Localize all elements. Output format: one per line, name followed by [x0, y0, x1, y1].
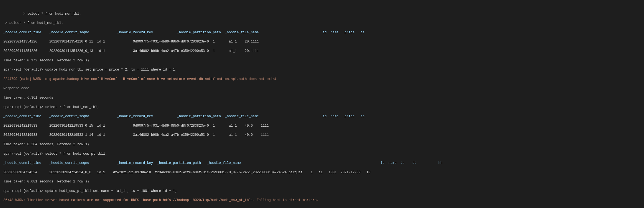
- line-time-4: Time taken: 0.081 seconds, Fetched 1 row…: [3, 179, 641, 184]
- line-data-4: 20220930142219533 20220930142219533_1_14…: [3, 133, 641, 137]
- line-time-3: Time taken: 0.284 seconds, Fetched 2 row…: [3, 142, 641, 147]
- line-header-2: _hoodie_commit_time _hoodie_commit_seqno…: [3, 114, 641, 119]
- terminal-window: > select * from hudi_mor_tbl; > select *…: [0, 0, 644, 208]
- line-warn-2: 36:48 WARN: Timeline-server-based marker…: [3, 198, 641, 203]
- line-warn-1: 2244799 [main] WARN org.apache.hadoop.hi…: [3, 77, 641, 82]
- line-time-1: Time taken: 0.172 seconds, Fetched 2 row…: [3, 58, 641, 63]
- line-header-1: _hoodie_commit_time _hoodie_commit_seqno…: [3, 30, 641, 35]
- line-2: > select * from hudi_mor_tbl;: [3, 21, 641, 26]
- line-data-3: 20220930142219533 20220930142219533_0_15…: [3, 124, 641, 128]
- line-data-1: 20220930141354226 20220930141354226_0_11…: [3, 39, 641, 44]
- line-cmd-1: spark-sql (default)> update hudi_mor_tbl…: [3, 67, 641, 72]
- line-data-5: 20220930134724524 20220930134724524_0_0 …: [3, 170, 641, 175]
- line-data-2: 20220930141354226 20220930141354226_0_13…: [3, 49, 641, 54]
- line-header-3: _hoodie_commit_time _hoodie_commit_seqno…: [3, 161, 641, 166]
- line-cmd-3: spark-sql (default)> select * from hudi_…: [3, 152, 641, 156]
- line-1: > select * from hudi_mor_tbl;: [3, 12, 641, 16]
- line-time-2: Time taken: 6.361 seconds: [3, 96, 641, 100]
- line-cmd-4: spark-sql (default)> update hudi_cow_pt_…: [3, 189, 641, 194]
- line-cmd-2: spark-sql (default)> select * from hudi_…: [3, 105, 641, 110]
- line-response-1: Response code: [3, 86, 641, 91]
